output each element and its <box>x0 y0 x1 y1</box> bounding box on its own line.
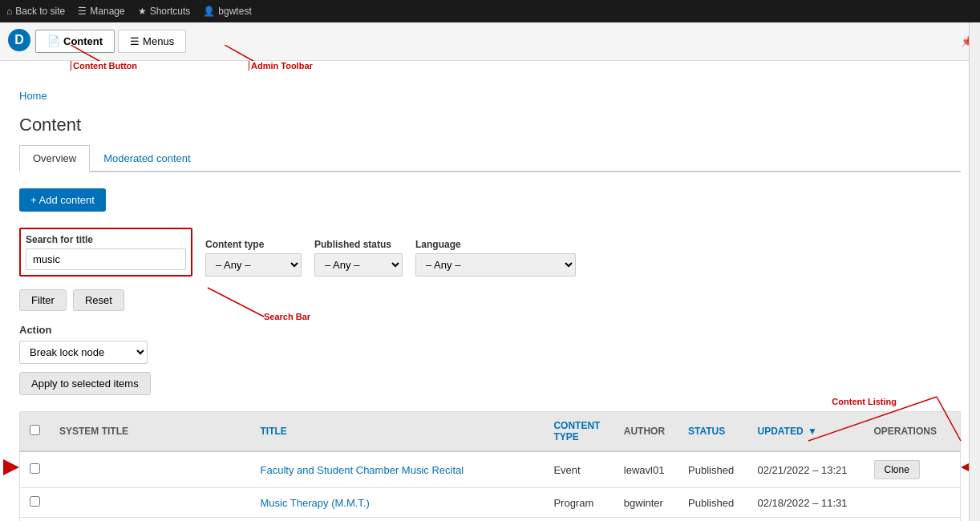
table-row: Music (B.S.M.) with a Concentration in a… <box>20 518 961 522</box>
status-cell: Published <box>678 518 747 522</box>
updated-cell: 02/18/2022 – 11:31 <box>747 488 864 518</box>
breadcrumb: Home <box>19 90 961 102</box>
content-type-select[interactable]: – Any – <box>205 253 302 277</box>
content-listing-annotation: Content Listing <box>832 397 897 406</box>
search-title-label: Search for title <box>26 234 186 245</box>
title-cell: Music (B.S.M.) with a Concentration in a… <box>251 518 545 522</box>
menu-icon: ☰ <box>78 6 87 17</box>
language-select[interactable]: – Any – <box>415 253 576 277</box>
system-title-cell <box>50 488 251 518</box>
language-label: Language <box>415 239 576 250</box>
title-cell: Music Therapy (M.M.T.) <box>251 488 545 518</box>
header-status[interactable]: STATUS <box>678 412 747 452</box>
header-checkbox-col <box>20 412 51 452</box>
apply-to-selected-button[interactable]: Apply to selected items <box>19 372 151 395</box>
header-author: AUTHOR <box>614 412 678 452</box>
add-content-button[interactable]: + Add content <box>19 188 106 212</box>
sort-icon: ▼ <box>808 426 817 437</box>
published-status-select[interactable]: – Any – <box>314 253 403 277</box>
author-cell: luttaw01 <box>614 518 678 522</box>
header-title[interactable]: TITLE <box>251 412 545 452</box>
home-icon: ⌂ <box>6 6 12 17</box>
admin-toolbar-label: Admin Toolbar <box>249 61 313 71</box>
published-status-filter: Published status – Any – <box>314 239 403 277</box>
system-title-cell <box>50 518 251 522</box>
operations-cell <box>865 518 961 522</box>
filter-buttons: Filter Reset <box>19 289 961 311</box>
row-checkbox-2[interactable] <box>30 496 40 507</box>
status-cell: Published <box>678 488 747 518</box>
admin-toolbar: ⌂ Back to site ☰ Manage ★ Shortcuts 👤 bg… <box>0 0 980 22</box>
action-label: Action <box>19 324 961 336</box>
content-toolbar-btn[interactable]: 📄 Content <box>35 30 115 53</box>
tab-moderated-content[interactable]: Moderated content <box>90 145 204 172</box>
content-table: SYSTEM TITLE TITLE CONTENTTYPE AUTHOR ST… <box>19 411 961 521</box>
header-content-type: CONTENTTYPE <box>544 412 614 452</box>
header-system-title: SYSTEM TITLE <box>50 412 251 452</box>
updated-cell: 02/21/2022 – 13:21 <box>747 451 864 488</box>
header-updated[interactable]: UPDATED ▼ <box>747 412 864 452</box>
select-all-checkbox[interactable] <box>30 425 40 435</box>
published-status-label: Published status <box>314 239 403 250</box>
clone-button[interactable]: Clone <box>874 460 920 479</box>
row-checkbox-1[interactable] <box>30 463 40 474</box>
language-filter: Language – Any – <box>415 239 576 277</box>
search-title-input[interactable] <box>26 248 186 270</box>
back-to-site-btn[interactable]: ⌂ Back to site <box>6 6 65 17</box>
menus-toolbar-btn[interactable]: ☰ Menus <box>118 30 186 53</box>
operations-cell: Clone <box>865 451 961 488</box>
row-checkbox-cell <box>20 451 51 488</box>
action-row: Break lock node <box>19 341 961 364</box>
status-cell: Published <box>678 451 747 488</box>
content-type-label: Content type <box>205 239 302 250</box>
search-title-group: Search for title <box>19 228 192 277</box>
home-breadcrumb[interactable]: Home <box>19 90 47 102</box>
search-bar-annotation: Search Bar <box>264 312 310 321</box>
drupal-logo[interactable]: D <box>6 27 32 55</box>
manage-btn[interactable]: ☰ Manage <box>78 6 124 17</box>
filter-section: Search for title Content type – Any – Pu… <box>19 228 961 277</box>
shortcuts-btn[interactable]: ★ Shortcuts <box>138 6 191 17</box>
table-wrapper: Content Listing SYSTEM TITLE TITLE CONT <box>19 411 961 521</box>
updated-cell: 02/15/2022 – 15:56 <box>747 518 864 522</box>
svg-marker-7 <box>3 459 19 475</box>
list-icon: ☰ <box>130 35 140 47</box>
content-type-filter: Content type – Any – <box>205 239 302 277</box>
title-link[interactable]: Faculty and Student Chamber Music Recita… <box>261 464 464 476</box>
content-button-label: Content Button <box>71 61 137 71</box>
page-content: Home Content Overview Moderated content … <box>0 77 980 521</box>
table-row: Music Therapy (M.M.T.)ProgrambgwinterPub… <box>20 488 961 518</box>
operations-cell <box>865 488 961 518</box>
scrollbar[interactable] <box>969 22 980 521</box>
table-row: Faculty and Student Chamber Music Recita… <box>20 451 961 488</box>
content-type-cell: Event <box>544 451 614 488</box>
row-checkbox-cell <box>20 518 51 522</box>
search-title-filter: Search for title <box>26 234 186 270</box>
tabs-container: Overview Moderated content <box>19 145 961 172</box>
user-icon: 👤 <box>203 6 215 17</box>
action-section: Action Break lock node Apply to selected… <box>19 324 961 395</box>
title-link[interactable]: Music Therapy (M.M.T.) <box>261 497 370 509</box>
reset-button[interactable]: Reset <box>73 289 124 311</box>
user-btn[interactable]: 👤 bgwtest <box>203 6 251 17</box>
author-cell: lewavl01 <box>614 451 678 488</box>
action-select[interactable]: Break lock node <box>19 341 148 364</box>
content-type-cell: Program <box>544 518 614 522</box>
row-checkbox-cell <box>20 488 51 518</box>
page-title: Content <box>19 115 961 135</box>
content-type-cell: Program <box>544 488 614 518</box>
secondary-toolbar: D 📄 Content ☰ Menus 📌 Content Button Adm… <box>0 22 980 61</box>
doc-icon: 📄 <box>47 35 60 47</box>
table-header-row: SYSTEM TITLE TITLE CONTENTTYPE AUTHOR ST… <box>20 412 961 452</box>
system-title-cell <box>50 451 251 488</box>
filter-button[interactable]: Filter <box>19 289 67 311</box>
header-operations: OPERATIONS <box>865 412 961 452</box>
star-icon: ★ <box>138 6 147 17</box>
author-cell: bgwinter <box>614 488 678 518</box>
svg-text:D: D <box>14 33 24 46</box>
title-cell: Faculty and Student Chamber Music Recita… <box>251 451 545 488</box>
tab-overview[interactable]: Overview <box>19 145 90 172</box>
